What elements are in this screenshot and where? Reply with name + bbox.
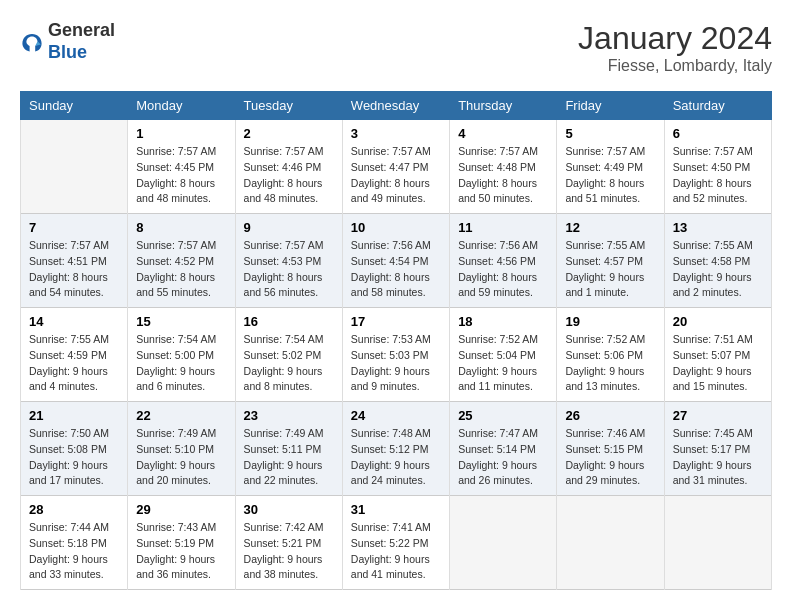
calendar-cell: 2 Sunrise: 7:57 AM Sunset: 4:46 PM Dayli…: [235, 120, 342, 214]
calendar-cell: 24 Sunrise: 7:48 AM Sunset: 5:12 PM Dayl…: [342, 402, 449, 496]
day-number: 25: [458, 408, 548, 423]
calendar-cell: 16 Sunrise: 7:54 AM Sunset: 5:02 PM Dayl…: [235, 308, 342, 402]
day-info: Sunrise: 7:55 AM Sunset: 4:57 PM Dayligh…: [565, 238, 655, 301]
day-info: Sunrise: 7:42 AM Sunset: 5:21 PM Dayligh…: [244, 520, 334, 583]
week-row: 21 Sunrise: 7:50 AM Sunset: 5:08 PM Dayl…: [21, 402, 772, 496]
calendar-cell: 26 Sunrise: 7:46 AM Sunset: 5:15 PM Dayl…: [557, 402, 664, 496]
calendar-cell: 23 Sunrise: 7:49 AM Sunset: 5:11 PM Dayl…: [235, 402, 342, 496]
day-info: Sunrise: 7:57 AM Sunset: 4:46 PM Dayligh…: [244, 144, 334, 207]
col-header-wednesday: Wednesday: [342, 92, 449, 120]
col-header-sunday: Sunday: [21, 92, 128, 120]
day-info: Sunrise: 7:56 AM Sunset: 4:56 PM Dayligh…: [458, 238, 548, 301]
day-number: 10: [351, 220, 441, 235]
day-info: Sunrise: 7:50 AM Sunset: 5:08 PM Dayligh…: [29, 426, 119, 489]
week-row: 1 Sunrise: 7:57 AM Sunset: 4:45 PM Dayli…: [21, 120, 772, 214]
calendar-header-row: SundayMondayTuesdayWednesdayThursdayFrid…: [21, 92, 772, 120]
day-info: Sunrise: 7:57 AM Sunset: 4:48 PM Dayligh…: [458, 144, 548, 207]
title-block: January 2024 Fiesse, Lombardy, Italy: [578, 20, 772, 75]
calendar-table: SundayMondayTuesdayWednesdayThursdayFrid…: [20, 91, 772, 590]
calendar-cell: [450, 496, 557, 590]
calendar-cell: 25 Sunrise: 7:47 AM Sunset: 5:14 PM Dayl…: [450, 402, 557, 496]
calendar-cell: 27 Sunrise: 7:45 AM Sunset: 5:17 PM Dayl…: [664, 402, 771, 496]
day-number: 6: [673, 126, 763, 141]
day-info: Sunrise: 7:51 AM Sunset: 5:07 PM Dayligh…: [673, 332, 763, 395]
calendar-cell: 13 Sunrise: 7:55 AM Sunset: 4:58 PM Dayl…: [664, 214, 771, 308]
day-number: 24: [351, 408, 441, 423]
day-info: Sunrise: 7:46 AM Sunset: 5:15 PM Dayligh…: [565, 426, 655, 489]
day-number: 20: [673, 314, 763, 329]
day-number: 21: [29, 408, 119, 423]
day-number: 28: [29, 502, 119, 517]
calendar-cell: [21, 120, 128, 214]
day-number: 30: [244, 502, 334, 517]
day-number: 12: [565, 220, 655, 235]
logo-blue: Blue: [48, 42, 87, 62]
day-number: 2: [244, 126, 334, 141]
location: Fiesse, Lombardy, Italy: [578, 57, 772, 75]
day-info: Sunrise: 7:57 AM Sunset: 4:49 PM Dayligh…: [565, 144, 655, 207]
col-header-friday: Friday: [557, 92, 664, 120]
day-info: Sunrise: 7:47 AM Sunset: 5:14 PM Dayligh…: [458, 426, 548, 489]
day-info: Sunrise: 7:45 AM Sunset: 5:17 PM Dayligh…: [673, 426, 763, 489]
week-row: 14 Sunrise: 7:55 AM Sunset: 4:59 PM Dayl…: [21, 308, 772, 402]
calendar-cell: 3 Sunrise: 7:57 AM Sunset: 4:47 PM Dayli…: [342, 120, 449, 214]
calendar-cell: [557, 496, 664, 590]
day-number: 11: [458, 220, 548, 235]
day-info: Sunrise: 7:43 AM Sunset: 5:19 PM Dayligh…: [136, 520, 226, 583]
day-info: Sunrise: 7:57 AM Sunset: 4:53 PM Dayligh…: [244, 238, 334, 301]
day-number: 14: [29, 314, 119, 329]
day-number: 18: [458, 314, 548, 329]
day-info: Sunrise: 7:56 AM Sunset: 4:54 PM Dayligh…: [351, 238, 441, 301]
col-header-tuesday: Tuesday: [235, 92, 342, 120]
calendar-cell: 11 Sunrise: 7:56 AM Sunset: 4:56 PM Dayl…: [450, 214, 557, 308]
day-number: 4: [458, 126, 548, 141]
week-row: 28 Sunrise: 7:44 AM Sunset: 5:18 PM Dayl…: [21, 496, 772, 590]
day-number: 13: [673, 220, 763, 235]
day-info: Sunrise: 7:57 AM Sunset: 4:47 PM Dayligh…: [351, 144, 441, 207]
calendar-cell: 19 Sunrise: 7:52 AM Sunset: 5:06 PM Dayl…: [557, 308, 664, 402]
calendar-cell: 6 Sunrise: 7:57 AM Sunset: 4:50 PM Dayli…: [664, 120, 771, 214]
calendar-cell: 15 Sunrise: 7:54 AM Sunset: 5:00 PM Dayl…: [128, 308, 235, 402]
calendar-cell: 9 Sunrise: 7:57 AM Sunset: 4:53 PM Dayli…: [235, 214, 342, 308]
day-info: Sunrise: 7:49 AM Sunset: 5:10 PM Dayligh…: [136, 426, 226, 489]
day-info: Sunrise: 7:41 AM Sunset: 5:22 PM Dayligh…: [351, 520, 441, 583]
day-number: 27: [673, 408, 763, 423]
day-info: Sunrise: 7:57 AM Sunset: 4:52 PM Dayligh…: [136, 238, 226, 301]
day-number: 9: [244, 220, 334, 235]
calendar-cell: 30 Sunrise: 7:42 AM Sunset: 5:21 PM Dayl…: [235, 496, 342, 590]
day-info: Sunrise: 7:48 AM Sunset: 5:12 PM Dayligh…: [351, 426, 441, 489]
day-info: Sunrise: 7:54 AM Sunset: 5:02 PM Dayligh…: [244, 332, 334, 395]
day-info: Sunrise: 7:57 AM Sunset: 4:51 PM Dayligh…: [29, 238, 119, 301]
day-number: 8: [136, 220, 226, 235]
logo-icon: [20, 30, 44, 54]
day-number: 1: [136, 126, 226, 141]
day-number: 17: [351, 314, 441, 329]
calendar-cell: 14 Sunrise: 7:55 AM Sunset: 4:59 PM Dayl…: [21, 308, 128, 402]
day-number: 7: [29, 220, 119, 235]
day-number: 3: [351, 126, 441, 141]
calendar-cell: 29 Sunrise: 7:43 AM Sunset: 5:19 PM Dayl…: [128, 496, 235, 590]
day-info: Sunrise: 7:52 AM Sunset: 5:04 PM Dayligh…: [458, 332, 548, 395]
day-number: 15: [136, 314, 226, 329]
day-number: 5: [565, 126, 655, 141]
calendar-cell: 12 Sunrise: 7:55 AM Sunset: 4:57 PM Dayl…: [557, 214, 664, 308]
day-info: Sunrise: 7:44 AM Sunset: 5:18 PM Dayligh…: [29, 520, 119, 583]
page-header: General Blue January 2024 Fiesse, Lombar…: [20, 20, 772, 75]
month-title: January 2024: [578, 20, 772, 57]
calendar-cell: 20 Sunrise: 7:51 AM Sunset: 5:07 PM Dayl…: [664, 308, 771, 402]
calendar-cell: [664, 496, 771, 590]
week-row: 7 Sunrise: 7:57 AM Sunset: 4:51 PM Dayli…: [21, 214, 772, 308]
day-info: Sunrise: 7:55 AM Sunset: 4:59 PM Dayligh…: [29, 332, 119, 395]
day-number: 29: [136, 502, 226, 517]
logo-general: General: [48, 20, 115, 40]
col-header-monday: Monday: [128, 92, 235, 120]
day-info: Sunrise: 7:52 AM Sunset: 5:06 PM Dayligh…: [565, 332, 655, 395]
calendar-cell: 28 Sunrise: 7:44 AM Sunset: 5:18 PM Dayl…: [21, 496, 128, 590]
calendar-cell: 4 Sunrise: 7:57 AM Sunset: 4:48 PM Dayli…: [450, 120, 557, 214]
calendar-cell: 31 Sunrise: 7:41 AM Sunset: 5:22 PM Dayl…: [342, 496, 449, 590]
day-info: Sunrise: 7:49 AM Sunset: 5:11 PM Dayligh…: [244, 426, 334, 489]
calendar-cell: 5 Sunrise: 7:57 AM Sunset: 4:49 PM Dayli…: [557, 120, 664, 214]
day-info: Sunrise: 7:57 AM Sunset: 4:50 PM Dayligh…: [673, 144, 763, 207]
day-info: Sunrise: 7:54 AM Sunset: 5:00 PM Dayligh…: [136, 332, 226, 395]
day-number: 22: [136, 408, 226, 423]
